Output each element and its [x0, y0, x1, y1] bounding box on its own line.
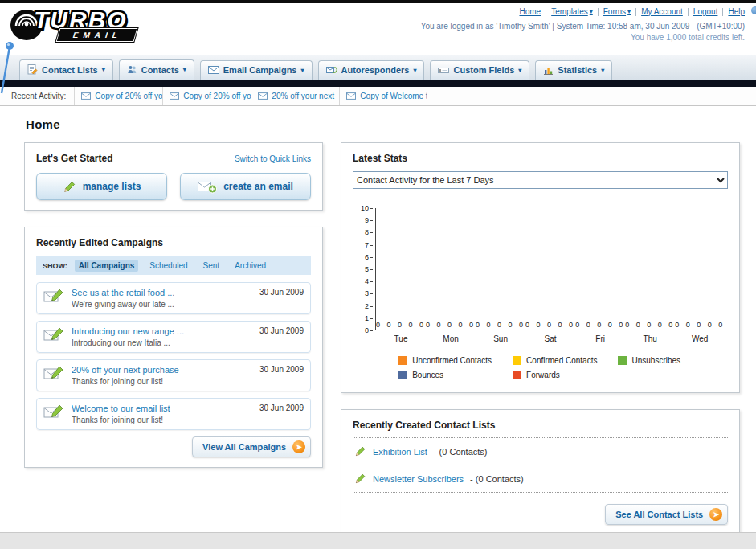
tab-contacts[interactable]: Contacts ▾: [119, 59, 194, 80]
link-help[interactable]: Help: [728, 7, 745, 16]
legend-item: Confirmed Contacts: [513, 356, 597, 365]
link-logout[interactable]: Logout: [693, 7, 718, 16]
tab-email-campaigns[interactable]: Email Campaigns ▾: [200, 60, 313, 80]
chart-group: 0 0 0 0 0: [525, 208, 575, 330]
contact-list-count: - (0 Contacts): [434, 447, 488, 457]
x-axis-label: Wed: [675, 330, 725, 343]
get-started-title: Let's Get Started: [36, 153, 113, 164]
envelope-pencil-icon: [43, 326, 65, 342]
chevron-down-icon: ▾: [183, 66, 186, 73]
campaign-date: 30 Jun 2009: [259, 365, 304, 374]
contact-list-item[interactable]: Exhibition List - (0 Contacts): [353, 438, 728, 465]
campaign-filter-strip: SHOW: All Campaigns Scheduled Sent Archi…: [36, 256, 311, 275]
recent-activity-item[interactable]: 20% off your next: [251, 87, 339, 105]
link-separator: [546, 8, 546, 16]
create-email-button[interactable]: create an email: [180, 173, 311, 200]
envelope-icon: [346, 92, 356, 100]
recent-activity-item[interactable]: Copy of Welcome to: [339, 87, 427, 105]
tab-custom-fields[interactable]: Custom Fields ▾: [430, 60, 529, 80]
header: TURBO EMAIL Home Templates▾ Forms▾ My Ac…: [0, 3, 756, 55]
y-axis-tick: 0: [365, 326, 373, 334]
tab-contact-lists[interactable]: Contact Lists ▾: [19, 59, 113, 80]
legend-item: Unsubscribes: [618, 356, 680, 365]
login-status: You are logged in as 'Timothy Smith' | S…: [421, 22, 745, 31]
envelope-plus-icon: [198, 180, 217, 194]
link-templates[interactable]: Templates▾: [551, 7, 593, 16]
link-separator: [688, 8, 689, 16]
chart-x-axis: TueMonSunSatFriThuWed: [376, 330, 725, 343]
y-axis-tick: 5: [365, 265, 373, 273]
credits-note: You have 1,000 total credits left.: [421, 33, 745, 42]
chevron-down-icon: ▾: [102, 66, 105, 73]
legend-label: Bounces: [412, 371, 443, 379]
arrow-right-icon: ➤: [292, 440, 305, 453]
filter-all-campaigns[interactable]: All Campaigns: [75, 260, 138, 272]
chart-values: 0 0 0 0 0: [426, 321, 476, 329]
switch-quick-links-link[interactable]: Switch to Quick Links: [235, 154, 311, 163]
chart-plot: 0 0 0 0 00 0 0 0 00 0 0 0 00 0 0 0 00 0 …: [375, 208, 725, 330]
link-separator: [598, 8, 599, 16]
filter-sent[interactable]: Sent: [199, 260, 224, 272]
page-title: Home: [26, 117, 732, 131]
envelope-icon: [81, 92, 91, 100]
header-links: Home Templates▾ Forms▾ My Account Logout…: [421, 7, 745, 16]
stats-panel-title: Latest Stats: [353, 153, 728, 164]
filter-archived[interactable]: Archived: [231, 260, 270, 272]
envelope-icon: [258, 92, 268, 100]
statistics-icon: [543, 65, 554, 75]
contact-lists-panel-title: Recently Created Contact Lists: [353, 420, 728, 431]
legend-label: Confirmed Contacts: [526, 356, 597, 365]
tab-statistics[interactable]: Statistics ▾: [535, 60, 612, 80]
campaign-row[interactable]: Introducing our new range ... Introducin…: [36, 321, 311, 353]
chart-group: 0 0 0 0 0: [575, 208, 625, 330]
campaign-subtitle: Thanks for joining our list!: [72, 377, 253, 386]
envelope-pencil-icon: [43, 365, 65, 381]
recently-created-contact-lists-panel: Recently Created Contact Lists Exhibitio…: [341, 409, 740, 535]
tab-autoresponders[interactable]: Autoresponders ▾: [318, 60, 425, 80]
chevron-down-icon: ▾: [413, 67, 416, 74]
logo-subtitle: EMAIL: [56, 28, 138, 42]
chart-group: 0 0 0 0 0: [476, 208, 525, 330]
see-all-contact-lists-button[interactable]: See All Contact Lists ➤: [605, 504, 728, 525]
chart-values: 0 0 0 0 0: [675, 321, 725, 329]
envelope-pencil-icon: [43, 288, 65, 304]
chevron-down-icon: ▾: [601, 67, 604, 74]
campaign-row[interactable]: 20% off your next purchase Thanks for jo…: [36, 359, 311, 391]
campaign-title[interactable]: See us at the retail food ...: [72, 288, 253, 297]
nav-divider-bar: [0, 80, 756, 87]
contact-activity-chart: 109876543210 0 0 0 0 00 0 0 0 00 0 0 0 0…: [354, 208, 725, 379]
recent-activity-item[interactable]: Copy of 20% off yo: [74, 87, 162, 105]
campaign-subtitle: Thanks for joining our list!: [72, 416, 253, 424]
legend-item: Unconfirmed Contacts: [398, 356, 492, 365]
email-campaigns-icon: [208, 66, 219, 74]
chevron-down-icon: ▾: [300, 67, 304, 74]
chart-group: 0 0 0 0 0: [426, 208, 476, 330]
contact-lists-icon: [27, 64, 38, 75]
campaign-title[interactable]: Introducing our new range ...: [72, 326, 253, 336]
x-axis-label: Sat: [525, 330, 575, 343]
chevron-down-icon: ▾: [627, 8, 631, 15]
legend-swatch: [398, 371, 407, 379]
contact-list-name[interactable]: Newsletter Subscribers: [373, 474, 464, 484]
link-home[interactable]: Home: [519, 7, 541, 16]
main-content: Home Let's Get Started Switch to Quick L…: [0, 106, 756, 535]
manage-lists-button[interactable]: manage lists: [36, 173, 167, 200]
campaign-title[interactable]: Welcome to our email list: [72, 404, 253, 413]
campaign-date: 30 Jun 2009: [259, 288, 304, 297]
legend-swatch: [513, 356, 521, 365]
filter-scheduled[interactable]: Scheduled: [145, 260, 191, 272]
view-all-campaigns-button[interactable]: View All Campaigns ➤: [192, 436, 311, 457]
link-my-account[interactable]: My Account: [641, 7, 683, 16]
turbo-email-logo: TURBO EMAIL: [10, 6, 136, 42]
link-forms[interactable]: Forms▾: [603, 7, 631, 16]
contact-list-item[interactable]: Newsletter Subscribers - (0 Contacts): [353, 465, 728, 493]
chart-values: 0 0 0 0 0: [575, 321, 625, 329]
campaign-row[interactable]: Welcome to our email list Thanks for joi…: [36, 398, 311, 430]
chart-group: 0 0 0 0 0: [376, 208, 426, 330]
recent-activity-item[interactable]: Copy of 20% off yo: [162, 87, 251, 105]
campaign-row[interactable]: See us at the retail food ... We're givi…: [36, 282, 311, 314]
header-edge-dot-decoration: [751, 6, 756, 14]
campaign-title[interactable]: 20% off your next purchase: [72, 365, 253, 375]
contact-list-name[interactable]: Exhibition List: [373, 447, 427, 457]
stats-period-select[interactable]: Contact Activity for the Last 7 Days: [353, 171, 728, 189]
